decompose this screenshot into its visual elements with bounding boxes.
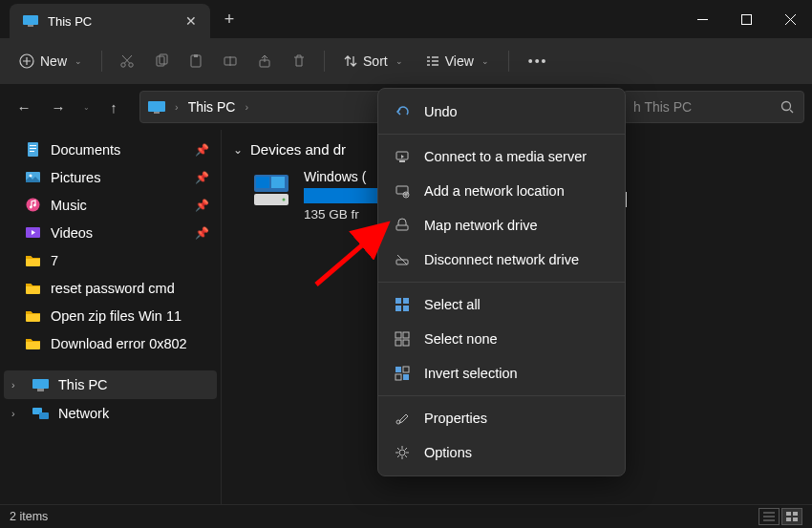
menu-item-label: Undo xyxy=(424,104,458,119)
new-button[interactable]: New ⌄ xyxy=(10,48,92,74)
sidebar: Documents📌Pictures📌Music📌Videos📌7reset p… xyxy=(0,130,222,504)
folder-icon xyxy=(25,252,41,268)
chevron-right-icon[interactable]: › xyxy=(11,408,23,419)
select-none-icon xyxy=(394,330,411,348)
tab-close-icon[interactable]: ✕ xyxy=(185,13,197,29)
maximize-button[interactable] xyxy=(724,0,768,38)
svg-point-5 xyxy=(121,63,125,67)
sidebar-item-7[interactable]: 7 xyxy=(4,246,217,274)
menu-item-add-a-network-location[interactable]: Add a network location xyxy=(378,174,625,208)
menu-item-invert-selection[interactable]: Invert selection xyxy=(378,356,625,391)
menu-item-connect-to-a-media-server[interactable]: Connect to a media server xyxy=(378,139,625,174)
toolbar: New ⌄ Sort ⌄ View ⌄ ••• xyxy=(0,38,812,84)
select-all-icon xyxy=(394,296,411,313)
more-button[interactable]: ••• xyxy=(519,48,558,74)
sidebar-item-download-error-0x802[interactable]: Download error 0x802 xyxy=(4,329,217,357)
drive-icon xyxy=(250,169,292,211)
context-menu: UndoConnect to a media serverAdd a netwo… xyxy=(377,88,626,476)
sidebar-item-music[interactable]: Music📌 xyxy=(4,191,217,219)
svg-rect-36 xyxy=(793,512,798,516)
pictures-icon xyxy=(25,169,41,185)
sidebar-item-documents[interactable]: Documents📌 xyxy=(4,136,217,163)
properties-icon xyxy=(394,410,411,427)
recent-button[interactable]: ⌄ xyxy=(76,91,96,123)
sidebar-item-label: Music xyxy=(51,198,87,213)
sidebar-item-reset-password-cmd[interactable]: reset password cmd xyxy=(4,274,217,302)
view-button[interactable]: View ⌄ xyxy=(417,48,499,74)
svg-rect-53 xyxy=(395,367,401,372)
menu-separator xyxy=(378,134,625,135)
close-button[interactable] xyxy=(768,0,812,38)
sidebar-item-label: 7 xyxy=(51,253,58,268)
svg-rect-27 xyxy=(37,389,44,391)
back-button[interactable]: ← xyxy=(8,91,40,123)
menu-item-label: Select all xyxy=(424,297,481,312)
svg-rect-40 xyxy=(399,160,405,162)
chevron-right-icon[interactable]: › xyxy=(11,379,23,391)
details-view-toggle[interactable] xyxy=(759,508,780,525)
status-bar: 2 items xyxy=(0,504,812,528)
svg-rect-38 xyxy=(793,517,798,521)
sort-button[interactable]: Sort ⌄ xyxy=(334,48,413,74)
svg-rect-51 xyxy=(395,340,401,346)
tree-item-network[interactable]: ›Network xyxy=(4,399,217,428)
tiles-view-toggle[interactable] xyxy=(781,508,802,525)
svg-rect-49 xyxy=(395,332,401,338)
status-text: 2 items xyxy=(10,510,48,523)
svg-rect-1 xyxy=(28,25,33,27)
sidebar-item-pictures[interactable]: Pictures📌 xyxy=(4,163,217,191)
cut-button[interactable] xyxy=(112,48,142,74)
breadcrumb-location[interactable]: This PC xyxy=(188,99,236,115)
delete-button[interactable] xyxy=(284,48,314,74)
tab-this-pc[interactable]: This PC ✕ xyxy=(10,4,210,38)
map-drive-icon xyxy=(394,217,411,234)
forward-button[interactable]: → xyxy=(42,91,75,123)
rename-icon xyxy=(223,53,238,69)
svg-rect-18 xyxy=(30,148,36,149)
menu-item-label: Add a network location xyxy=(424,183,565,199)
disconnect-icon xyxy=(394,251,411,268)
sidebar-item-label: reset password cmd xyxy=(51,281,175,296)
options-icon xyxy=(394,444,411,461)
menu-item-label: Select none xyxy=(424,331,498,347)
menu-item-options[interactable]: Options xyxy=(378,435,625,470)
menu-item-select-all[interactable]: Select all xyxy=(378,287,625,322)
svg-rect-52 xyxy=(403,340,409,346)
paste-button[interactable] xyxy=(181,48,211,74)
copy-button[interactable] xyxy=(146,48,177,74)
pin-icon: 📌 xyxy=(195,143,209,157)
svg-rect-41 xyxy=(396,186,408,194)
search-placeholder: h This PC xyxy=(633,99,692,115)
menu-item-properties[interactable]: Properties xyxy=(378,401,625,435)
menu-separator xyxy=(378,282,625,283)
folder-icon xyxy=(25,307,41,324)
svg-point-6 xyxy=(129,63,133,67)
sidebar-item-open-zip-files-win-11[interactable]: Open zip files Win 11 xyxy=(4,302,217,329)
svg-rect-26 xyxy=(32,379,49,389)
tree-item-this-pc[interactable]: ›This PC xyxy=(4,370,217,399)
breadcrumb-sep: › xyxy=(175,101,179,113)
sidebar-item-label: Pictures xyxy=(51,170,100,185)
pin-icon: 📌 xyxy=(195,226,209,240)
svg-rect-50 xyxy=(403,332,409,338)
menu-item-select-none[interactable]: Select none xyxy=(378,322,625,356)
chevron-down-icon: ⌄ xyxy=(233,143,243,157)
menu-item-map-network-drive[interactable]: Map network drive xyxy=(378,208,625,243)
svg-rect-54 xyxy=(403,367,409,372)
new-tab-button[interactable]: + xyxy=(210,0,248,38)
svg-point-22 xyxy=(27,199,40,212)
menu-item-disconnect-network-drive[interactable]: Disconnect network drive xyxy=(378,243,625,277)
sidebar-item-videos[interactable]: Videos📌 xyxy=(4,219,217,246)
titlebar: This PC ✕ + xyxy=(0,0,812,38)
svg-point-34 xyxy=(283,199,286,201)
rename-button[interactable] xyxy=(215,48,246,74)
svg-rect-0 xyxy=(23,15,38,25)
menu-item-undo[interactable]: Undo xyxy=(378,95,625,129)
svg-rect-48 xyxy=(403,306,409,311)
share-button[interactable] xyxy=(249,48,280,74)
up-button[interactable]: ↑ xyxy=(97,91,130,123)
minimize-button[interactable] xyxy=(680,0,724,38)
svg-rect-19 xyxy=(30,151,34,152)
search-input[interactable]: h This PC xyxy=(623,91,804,123)
svg-rect-3 xyxy=(741,14,751,24)
